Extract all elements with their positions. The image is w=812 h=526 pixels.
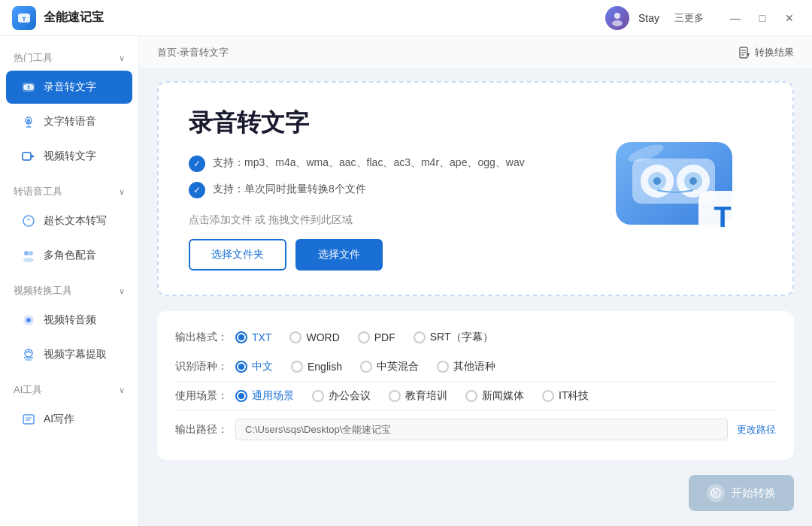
breadcrumb: 首页-录音转文字 — [157, 46, 229, 59]
long-text-icon — [20, 212, 38, 230]
feature-formats: ✓ 支持：mp3、m4a、wma、aac、flac、ac3、m4r、ape、og… — [189, 155, 597, 172]
more-button[interactable]: 三更多 — [668, 8, 710, 28]
scene-news-radio — [465, 390, 477, 402]
content-area: 首页-录音转文字 转换结果 录音转文字 ✓ — [139, 36, 812, 526]
sidebar-item-audio-to-text[interactable]: 录音转文字 — [6, 71, 132, 104]
upload-illustration: T — [597, 113, 762, 264]
audio-to-text-icon — [20, 78, 38, 96]
avatar — [605, 6, 629, 30]
sidebar-item-video-audio-label: 视频转音频 — [44, 313, 96, 327]
check-icon-1: ✓ — [189, 156, 205, 172]
svg-rect-23 — [23, 415, 34, 424]
format-srt-radio — [414, 331, 426, 343]
sidebar-item-multi-role-label: 多角色配音 — [44, 249, 96, 262]
sidebar-section-video-arrow: ∨ — [119, 286, 125, 296]
page-title: 录音转文字 — [189, 107, 597, 140]
sidebar-section-speech-label: 转语音工具 — [14, 185, 62, 198]
lang-mixed-radio — [360, 361, 372, 373]
sidebar-section-ai: AI工具 ∨ — [0, 377, 138, 401]
sidebar-section-hot: 热门工具 ∨ — [0, 45, 138, 69]
scene-it-label: IT科技 — [559, 389, 589, 403]
lang-english-radio — [291, 361, 303, 373]
format-row: 输出格式： TXT WORD PDF — [175, 323, 776, 352]
scene-it-radio — [542, 390, 554, 402]
minimize-button[interactable]: — — [725, 8, 746, 29]
start-button-label: 开始转换 — [731, 486, 776, 500]
svg-text:T: T — [714, 201, 731, 233]
format-pdf-label: PDF — [374, 331, 395, 343]
scene-it[interactable]: IT科技 — [542, 389, 589, 403]
sidebar-section-hot-label: 热门工具 — [14, 51, 53, 65]
window-controls: — □ ✕ — [725, 8, 800, 29]
scene-office[interactable]: 办公会议 — [312, 389, 371, 403]
sidebar-item-multi-role[interactable]: 多角色配音 — [6, 239, 132, 272]
video-subtitle-icon — [20, 346, 38, 364]
conversion-result-button[interactable]: 转换结果 — [738, 46, 794, 59]
check-icon-2: ✓ — [189, 182, 205, 198]
format-txt-label: TXT — [252, 331, 271, 343]
text-to-speech-icon — [20, 113, 38, 131]
sidebar-item-video-to-text-label: 视频转文字 — [44, 150, 96, 163]
svg-rect-12 — [23, 153, 31, 160]
path-change-button[interactable]: 更改路径 — [737, 423, 776, 437]
scene-general[interactable]: 通用场景 — [235, 389, 294, 403]
maximize-button[interactable]: □ — [752, 8, 773, 29]
select-folder-button[interactable]: 选择文件夹 — [189, 239, 286, 271]
sidebar-section-ai-arrow: ∨ — [119, 385, 125, 395]
scene-news-label: 新闻媒体 — [482, 389, 524, 403]
sidebar-section-video: 视频转换工具 ∨ — [0, 278, 138, 302]
scene-edu-radio — [389, 390, 401, 402]
format-options: TXT WORD PDF SRT（字幕） — [235, 331, 776, 344]
sidebar: 热门工具 ∨ 录音转文字 — [0, 36, 139, 526]
breadcrumb-bar: 首页-录音转文字 转换结果 — [139, 36, 812, 69]
scene-general-radio — [235, 390, 247, 402]
scene-label: 使用场景： — [175, 389, 235, 403]
multi-role-icon — [20, 246, 38, 265]
select-file-button[interactable]: 选择文件 — [295, 239, 383, 271]
sidebar-section-video-label: 视频转换工具 — [14, 284, 72, 298]
sidebar-item-text-to-speech[interactable]: 文字转语音 — [6, 105, 132, 138]
upload-buttons: 选择文件夹 选择文件 — [189, 239, 597, 271]
ai-write-icon — [20, 410, 38, 428]
format-word-label: WORD — [306, 331, 339, 343]
lang-english[interactable]: English — [291, 361, 342, 373]
lang-chinese[interactable]: 中文 — [235, 360, 273, 373]
document-icon — [738, 47, 750, 59]
sidebar-item-video-to-text[interactable]: 视频转文字 — [6, 140, 132, 173]
scene-office-label: 办公会议 — [329, 389, 371, 403]
svg-point-2 — [614, 13, 620, 19]
path-input[interactable] — [235, 419, 728, 440]
format-word[interactable]: WORD — [289, 331, 339, 343]
svg-text:T: T — [23, 16, 26, 23]
scene-row: 使用场景： 通用场景 办公会议 教育培训 — [175, 382, 776, 411]
video-audio-icon — [20, 311, 38, 329]
titlebar-right: Stay 三更多 — □ ✕ — [605, 6, 800, 30]
sidebar-item-video-subtitle[interactable]: 视频字幕提取 — [6, 338, 132, 371]
scene-news[interactable]: 新闻媒体 — [465, 389, 524, 403]
path-label: 输出路径： — [175, 423, 235, 437]
start-button[interactable]: 开始转换 — [689, 475, 794, 511]
upload-box[interactable]: 录音转文字 ✓ 支持：mp3、m4a、wma、aac、flac、ac3、m4r、… — [157, 81, 794, 296]
format-srt[interactable]: SRT（字幕） — [414, 331, 493, 344]
format-txt[interactable]: TXT — [235, 331, 271, 343]
svg-point-3 — [612, 20, 623, 26]
sidebar-item-long-text[interactable]: 超长文本转写 — [6, 204, 132, 237]
sidebar-item-video-audio[interactable]: 视频转音频 — [6, 304, 132, 337]
sidebar-section-hot-arrow: ∨ — [119, 53, 125, 63]
video-to-text-icon — [20, 147, 38, 165]
format-pdf[interactable]: PDF — [358, 331, 395, 343]
svg-point-42 — [711, 488, 720, 497]
sidebar-item-audio-to-text-label: 录音转文字 — [44, 80, 96, 94]
close-button[interactable]: ✕ — [779, 8, 800, 29]
sidebar-section-speech-arrow: ∨ — [119, 187, 125, 197]
scene-edu[interactable]: 教育培训 — [389, 389, 447, 403]
svg-rect-9 — [27, 119, 30, 122]
sidebar-item-ai-write-label: AI写作 — [44, 413, 74, 426]
lang-mixed[interactable]: 中英混合 — [360, 360, 419, 373]
feature-batch: ✓ 支持：单次同时批量转换8个文件 — [189, 181, 597, 198]
app-name: 全能速记宝 — [44, 10, 605, 26]
lang-other[interactable]: 其他语种 — [437, 360, 495, 373]
settings-panel: 输出格式： TXT WORD PDF — [157, 311, 794, 460]
lang-other-label: 其他语种 — [453, 360, 495, 373]
sidebar-item-ai-write[interactable]: AI写作 — [6, 403, 132, 436]
